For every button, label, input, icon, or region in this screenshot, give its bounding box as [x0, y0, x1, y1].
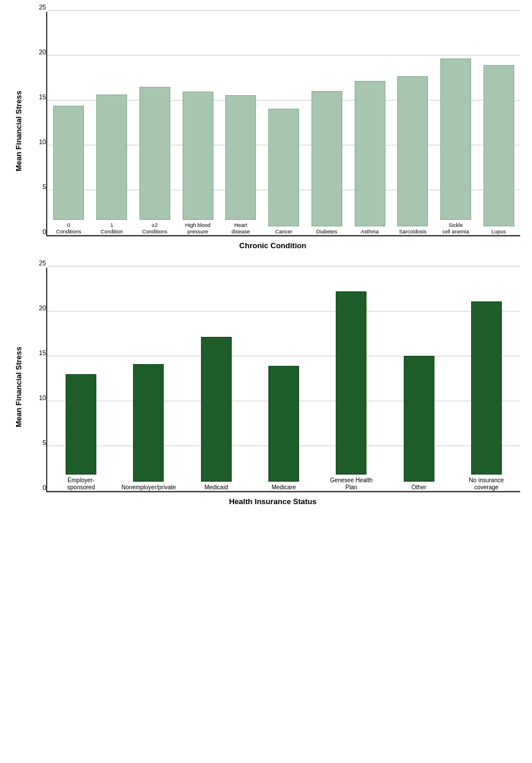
chart2-container: Mean Financial Stress 0510152025 Employe…: [12, 268, 520, 506]
y-tick-label: 0: [30, 228, 46, 235]
bar: [404, 356, 434, 482]
y-tick-label: 20: [30, 304, 46, 311]
bar: [183, 92, 213, 220]
bar-label: Diabetes: [316, 229, 338, 235]
bar-label: Nonemployer/private: [121, 484, 176, 491]
chart1-y-axis-label: Mean Financial Stress: [12, 12, 25, 250]
bar: [484, 65, 514, 227]
chart2-y-axis-label: Mean Financial Stress: [12, 268, 25, 506]
bar: [225, 95, 256, 220]
bar: [96, 95, 127, 220]
bar: [133, 364, 164, 482]
bar-label: Sarcoidosis: [399, 229, 427, 235]
bar-group: Lupus: [477, 12, 520, 235]
bar: [53, 106, 84, 220]
chart1-plot: 0510152025 0Conditions1Condition≥2Condit…: [46, 12, 520, 236]
bar-group: ≥2Conditions: [133, 12, 176, 235]
bar: [268, 366, 299, 482]
bar-label: Genesee HealthPlan: [330, 477, 372, 491]
y-tick-label: 15: [30, 93, 46, 100]
y-tick-label: 10: [30, 394, 46, 401]
bar-group: Nonemployer/private: [115, 268, 182, 491]
y-tick-line: [47, 266, 520, 267]
chart1-plot-wrapper: 0510152025 0Conditions1Condition≥2Condit…: [25, 12, 520, 236]
bar-group: Employer-sponsored: [47, 268, 115, 491]
bar-label: 1Condition: [100, 222, 123, 235]
bar: [355, 81, 385, 226]
bar-label: Cancer: [275, 229, 293, 235]
bar-label: Employer-sponsored: [67, 477, 95, 491]
bar-group: No insurancecoverage: [453, 268, 520, 491]
y-tick-label: 25: [30, 4, 46, 11]
bar-label: Sicklecell anemia: [442, 222, 469, 235]
chart2-bars: Employer-sponsoredNonemployer/privateMed…: [47, 268, 520, 491]
chart1-inner: 0510152025 0Conditions1Condition≥2Condit…: [25, 12, 520, 250]
bar: [268, 109, 299, 226]
bar-label: Other: [411, 484, 426, 491]
bar-label: ≥2Conditions: [142, 222, 168, 235]
bar-label: Asthma: [361, 229, 379, 235]
bar-label: No insurancecoverage: [469, 477, 504, 491]
chart2-plot-wrapper: 0510152025 Employer-sponsoredNonemployer…: [25, 268, 520, 492]
bar-label: 0Conditions: [56, 222, 82, 235]
bar-label: Medicaid: [205, 484, 228, 491]
bar-label: Heartdisease: [232, 222, 250, 235]
bar: [312, 91, 342, 227]
y-tick-label: 5: [30, 439, 46, 446]
chart2-x-axis-label: Health Insurance Status: [25, 497, 520, 506]
bar: [66, 374, 96, 475]
bar: [397, 76, 428, 226]
chart1-container: Mean Financial Stress 0510152025 0Condit…: [12, 12, 520, 250]
bar-group: Medicaid: [183, 268, 250, 491]
bar-group: Diabetes: [305, 12, 348, 235]
bar-group: Sicklecell anemia: [434, 12, 478, 235]
bar-label: Lupus: [491, 229, 506, 235]
chart2-plot: 0510152025 Employer-sponsoredNonemployer…: [46, 268, 520, 492]
chart1-bars: 0Conditions1Condition≥2ConditionsHigh bl…: [47, 12, 520, 235]
bar: [471, 301, 502, 475]
y-tick-label: 25: [30, 259, 46, 267]
bar-group: 0Conditions: [47, 12, 90, 235]
y-tick-line: [47, 10, 520, 11]
bar-label: Medicare: [271, 484, 296, 491]
y-tick-label: 5: [30, 183, 46, 190]
bar-group: Heartdisease: [219, 12, 262, 235]
chart1-x-axis-label: Chronic Condition: [25, 241, 520, 250]
y-tick-label: 10: [30, 138, 46, 145]
bar-group: Asthma: [348, 12, 391, 235]
bar-group: Sarcoidosis: [391, 12, 434, 235]
bar-label: High bloodpressure: [185, 222, 210, 235]
bar-group: Cancer: [262, 12, 306, 235]
bar-group: High bloodpressure: [176, 12, 219, 235]
bar: [140, 87, 170, 220]
bar-group: Other: [385, 268, 452, 491]
y-tick-label: 20: [30, 48, 46, 56]
bar-group: Genesee HealthPlan: [317, 268, 385, 491]
bar-group: Medicare: [250, 268, 317, 491]
y-tick-label: 15: [30, 349, 46, 356]
bar-group: 1Condition: [90, 12, 134, 235]
bar: [440, 59, 471, 220]
y-tick-label: 0: [30, 484, 46, 491]
bar: [336, 291, 366, 475]
chart2-inner: 0510152025 Employer-sponsoredNonemployer…: [25, 268, 520, 506]
bar: [201, 337, 232, 482]
